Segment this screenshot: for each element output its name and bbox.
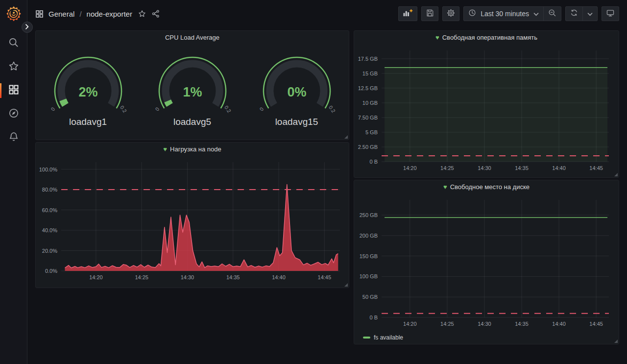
panel-resize-handle[interactable]	[614, 173, 618, 176]
add-panel-button[interactable]	[398, 6, 417, 21]
dashboard-settings-button[interactable]	[442, 6, 459, 21]
dashboard-toolbar: Last 30 minutes	[398, 6, 619, 21]
main-area: General / node-exporter	[27, 0, 627, 364]
bell-icon	[8, 131, 19, 144]
svg-text:0%: 0%	[287, 85, 306, 99]
svg-text:14:25: 14:25	[440, 321, 454, 327]
add-panel-icon	[403, 9, 413, 19]
svg-text:2%: 2%	[78, 85, 97, 99]
svg-text:14:35: 14:35	[226, 274, 240, 280]
share-dashboard-button[interactable]	[152, 10, 160, 18]
panel-resize-handle[interactable]	[344, 135, 348, 139]
svg-text:40.0%: 40.0%	[42, 227, 57, 233]
save-dashboard-button[interactable]	[421, 6, 438, 21]
svg-text:80.0%: 80.0%	[42, 187, 57, 193]
legend-item-fs-available[interactable]: fs available	[363, 334, 403, 341]
gauge-label: loadavg1	[69, 117, 107, 127]
svg-text:100 GB: 100 GB	[360, 273, 378, 279]
gauge-loadavg1: 2%00.2 loadavg1	[42, 55, 135, 127]
free-disk-chart[interactable]: 14:2014:2514:3014:3514:4014:450 B50 GB10…	[357, 193, 616, 330]
legend-swatch	[363, 337, 370, 339]
share-icon	[152, 10, 160, 18]
panel-free-memory: ♥ Свободная оперативная память 14:2014:2…	[354, 30, 619, 178]
sidebar-item-starred[interactable]	[0, 55, 27, 79]
gauge-arc: 0%00.2	[250, 55, 343, 116]
svg-text:100.0%: 100.0%	[39, 167, 58, 172]
breadcrumb-folder[interactable]: General	[48, 10, 74, 18]
panel-title-node-load[interactable]: ♥ Нагрузка на node	[36, 143, 349, 155]
grafana-logo[interactable]	[3, 3, 24, 24]
svg-text:0.2: 0.2	[328, 104, 337, 114]
star-icon	[138, 10, 146, 18]
sidebar-item-alerting[interactable]	[0, 126, 27, 149]
panel-node-load: ♥ Нагрузка на node 14:2014:2514:3014:351…	[35, 142, 349, 288]
sidebar-item-search[interactable]	[0, 32, 27, 55]
sidebar-expand-button[interactable]	[22, 22, 33, 33]
alert-ok-heart-icon: ♥	[443, 184, 447, 190]
panel-title-free-disk[interactable]: ♥ Свободное место на диске	[354, 180, 619, 193]
breadcrumb-dashboard[interactable]: node-exporter	[87, 10, 132, 18]
sidebar-item-explore[interactable]	[0, 102, 27, 126]
search-icon	[8, 37, 19, 50]
svg-text:14:45: 14:45	[318, 274, 332, 280]
svg-text:14:40: 14:40	[552, 321, 566, 327]
panel-cpu-load-average: CPU Load Average 2%00.2 loadavg1 1%00.2 …	[35, 30, 349, 140]
svg-text:0 B: 0 B	[369, 159, 378, 165]
svg-text:14:30: 14:30	[478, 165, 491, 171]
svg-text:15 GB: 15 GB	[362, 71, 378, 76]
dashboards-icon	[8, 84, 19, 97]
svg-text:14:40: 14:40	[552, 165, 566, 171]
svg-text:14:25: 14:25	[440, 165, 454, 171]
grafana-logo-icon	[5, 5, 22, 22]
svg-text:14:20: 14:20	[89, 274, 103, 280]
clock-icon	[468, 9, 476, 19]
refresh-group	[565, 6, 598, 21]
zoom-out-icon	[548, 9, 556, 19]
svg-text:14:20: 14:20	[403, 165, 417, 171]
time-range-picker[interactable]: Last 30 minutes	[464, 7, 543, 21]
node-load-chart[interactable]: 14:2014:2514:3014:3514:4014:450.0%20.0%4…	[39, 155, 346, 285]
svg-text:1%: 1%	[183, 85, 202, 99]
panel-title-free-memory[interactable]: ♥ Свободная оперативная память	[354, 31, 619, 44]
gauge-label: loadavg5	[173, 117, 211, 127]
svg-text:0.2: 0.2	[119, 104, 128, 114]
dashboard-header: General / node-exporter	[27, 0, 627, 27]
panel-title-text: Свободное место на диске	[450, 183, 530, 191]
chevron-down-icon	[533, 9, 539, 18]
svg-text:250 GB: 250 GB	[360, 212, 378, 218]
sidebar-nav	[0, 32, 27, 149]
svg-text:0: 0	[49, 106, 56, 112]
tv-mode-button[interactable]	[602, 6, 619, 21]
svg-text:0 B: 0 B	[369, 315, 378, 320]
svg-text:14:30: 14:30	[181, 274, 194, 280]
svg-text:10 GB: 10 GB	[362, 100, 378, 106]
chevron-right-icon	[25, 24, 29, 31]
svg-text:17.5 GB: 17.5 GB	[358, 56, 378, 62]
breadcrumb-separator: /	[79, 10, 81, 18]
panel-resize-handle[interactable]	[614, 340, 618, 343]
svg-text:50 GB: 50 GB	[362, 294, 378, 300]
svg-text:0.0%: 0.0%	[45, 268, 57, 274]
panel-free-disk: ♥ Свободное место на диске 14:2014:2514:…	[354, 180, 619, 344]
gauge-arc: 2%00.2	[42, 55, 135, 116]
panel-title-cpu[interactable]: CPU Load Average	[36, 31, 349, 44]
svg-text:14:25: 14:25	[135, 274, 148, 280]
refresh-interval-dropdown[interactable]	[582, 7, 597, 21]
svg-text:14:45: 14:45	[589, 165, 603, 171]
sidebar	[0, 0, 27, 364]
star-dashboard-button[interactable]	[138, 10, 146, 18]
panel-title-text: Свободная оперативная память	[442, 34, 537, 41]
panel-resize-handle[interactable]	[344, 283, 348, 287]
free-memory-chart[interactable]: 14:2014:2514:3014:3514:4014:450 B2.50 GB…	[357, 44, 616, 174]
svg-text:14:35: 14:35	[515, 321, 529, 327]
breadcrumb: General / node-exporter	[35, 10, 160, 18]
sidebar-item-dashboards[interactable]	[0, 79, 27, 102]
svg-text:14:35: 14:35	[515, 165, 529, 171]
zoom-out-button[interactable]	[543, 7, 561, 21]
save-icon	[426, 9, 434, 19]
refresh-button[interactable]	[566, 7, 582, 21]
compass-icon	[8, 108, 19, 121]
svg-text:7.50 GB: 7.50 GB	[358, 115, 378, 121]
gauge-label: loadavg15	[275, 117, 318, 127]
dashboard-grid-icon	[35, 10, 44, 18]
